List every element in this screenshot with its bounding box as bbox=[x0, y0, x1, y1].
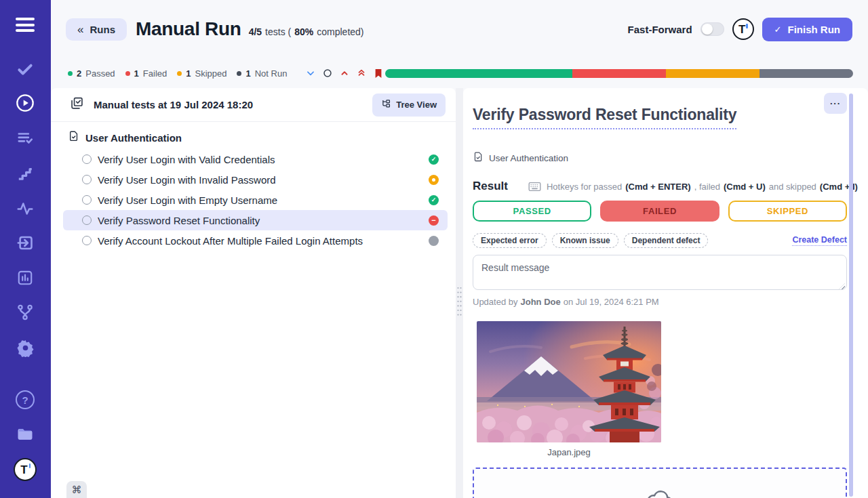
play-circle-icon[interactable] bbox=[16, 94, 35, 112]
cloud-upload-icon bbox=[646, 487, 674, 498]
passed-count: 2 Passed bbox=[68, 68, 115, 79]
testomat-badge[interactable]: T bbox=[732, 18, 754, 40]
toggle-knob bbox=[702, 24, 713, 35]
tag-dependent-defect[interactable]: Dependent defect bbox=[624, 233, 709, 248]
panel-splitter[interactable] bbox=[456, 88, 463, 498]
attachment-image[interactable] bbox=[477, 321, 661, 442]
activity-icon[interactable] bbox=[16, 199, 35, 218]
failed-label: Failed bbox=[143, 68, 167, 79]
breadcrumb[interactable]: User Authentication bbox=[473, 151, 847, 165]
run-progress-summary: 4/5 tests ( 80% completed) bbox=[249, 21, 364, 37]
fast-forward-toggle[interactable] bbox=[701, 22, 724, 36]
finish-run-button[interactable]: ✓ Finish Run bbox=[762, 18, 852, 41]
back-to-runs-button[interactable]: « Runs bbox=[66, 18, 127, 41]
progress-notrun-segment bbox=[760, 69, 853, 78]
skipped-count: 1 Skipped bbox=[177, 68, 226, 79]
test-title: Verify User Login with Empty Username bbox=[98, 194, 429, 206]
completed-pct: 80% bbox=[294, 26, 313, 37]
radio-icon[interactable] bbox=[82, 236, 92, 245]
result-heading: Result bbox=[473, 180, 508, 193]
status-passed-icon: ✓ bbox=[429, 154, 439, 165]
command-shortcut-button[interactable]: ⌘ bbox=[66, 481, 87, 498]
run-header: Manual tests at 19 Jul 2024 18:20 Tree V… bbox=[51, 88, 456, 122]
tests-ratio: 4/5 bbox=[249, 26, 262, 37]
test-title: Verify Password Reset Functionality bbox=[98, 215, 429, 226]
tag-known-issue[interactable]: Known issue bbox=[552, 233, 618, 248]
help-icon[interactable]: ? bbox=[16, 390, 35, 409]
attachment-filename: Japan.jpeg bbox=[477, 447, 661, 457]
status-failed-icon: − bbox=[429, 215, 439, 226]
sidebar: ? T bbox=[0, 0, 51, 498]
gear-icon[interactable] bbox=[16, 338, 35, 357]
notrun-count: 1 Not Run bbox=[237, 68, 287, 79]
skipped-dot bbox=[177, 71, 182, 76]
test-row[interactable]: Verify User Login with Empty Username ✓ bbox=[63, 190, 448, 210]
hotkeys-hint: Hotkeys for passed (Cmd + ENTER) , faile… bbox=[528, 182, 858, 192]
create-defect-link[interactable]: Create Defect bbox=[792, 235, 847, 246]
finish-run-label: Finish Run bbox=[788, 24, 841, 35]
status-notrun-icon bbox=[429, 236, 439, 246]
sign-in-icon[interactable] bbox=[16, 233, 35, 252]
status-passed-icon: ✓ bbox=[429, 195, 439, 205]
chevron-down-icon[interactable] bbox=[305, 68, 316, 79]
logo-tick bbox=[746, 24, 748, 28]
upload-dropzone[interactable]: Browse a file or drop it here. Click her… bbox=[473, 468, 847, 498]
notrun-dot bbox=[237, 71, 241, 76]
more-options-button[interactable]: ··· bbox=[824, 93, 847, 114]
updated-line: Updated by John Doe on Jul 19, 2024 6:21… bbox=[473, 297, 847, 307]
failed-dot bbox=[125, 71, 130, 76]
passed-button[interactable]: PASSED bbox=[473, 201, 591, 222]
attachment: Japan.jpeg bbox=[477, 321, 661, 457]
steps-icon[interactable] bbox=[16, 164, 35, 183]
brand-logo[interactable]: T bbox=[14, 458, 37, 481]
breadcrumb-label: User Authentication bbox=[489, 153, 568, 163]
vertical-scrollbar[interactable] bbox=[849, 94, 853, 497]
failed-value: 1 bbox=[134, 68, 139, 79]
tree-view-icon bbox=[381, 99, 391, 111]
test-detail-title: Verify Password Reset Functionality bbox=[473, 106, 736, 129]
chevron-up-icon[interactable] bbox=[339, 68, 350, 79]
suite-row[interactable]: User Authentication bbox=[68, 130, 446, 145]
passed-label: Passed bbox=[85, 68, 115, 79]
logo-letter: T bbox=[20, 464, 27, 476]
tree-view-button[interactable]: Tree View bbox=[372, 94, 446, 117]
test-list-panel: Manual tests at 19 Jul 2024 18:20 Tree V… bbox=[51, 88, 456, 498]
content-row: Manual tests at 19 Jul 2024 18:20 Tree V… bbox=[51, 88, 868, 498]
bar-chart-icon[interactable] bbox=[16, 268, 35, 287]
list-check-icon[interactable] bbox=[16, 129, 35, 148]
main-area: « Runs Manual Run 4/5 tests ( 80% comple… bbox=[51, 0, 868, 498]
skipped-button[interactable]: SKIPPED bbox=[728, 201, 847, 222]
status-skipped-icon bbox=[429, 175, 439, 185]
help-question-glyph: ? bbox=[22, 394, 28, 406]
ellipsis-icon: ··· bbox=[830, 98, 841, 108]
test-title: Verify User Login with Valid Credentials bbox=[98, 154, 429, 165]
bookmark-icon[interactable] bbox=[373, 68, 384, 79]
radio-icon[interactable] bbox=[82, 195, 92, 205]
radio-icon[interactable] bbox=[82, 175, 92, 184]
check-icon[interactable] bbox=[16, 60, 35, 79]
menu-icon[interactable] bbox=[16, 18, 35, 35]
test-row[interactable]: Verify User Login with Valid Credentials… bbox=[63, 149, 448, 169]
test-row[interactable]: Verify Account Lockout After Multiple Fa… bbox=[63, 230, 448, 251]
run-progress-bar bbox=[385, 69, 853, 78]
passed-value: 2 bbox=[77, 68, 81, 79]
radio-icon[interactable] bbox=[82, 215, 92, 225]
git-branch-icon[interactable] bbox=[16, 303, 35, 322]
back-chevrons-icon: « bbox=[77, 24, 83, 35]
test-title: Verify Account Lockout After Multiple Fa… bbox=[98, 235, 429, 247]
chevrons-up-icon[interactable] bbox=[356, 68, 367, 79]
test-row-selected[interactable]: Verify Password Reset Functionality − bbox=[63, 210, 448, 230]
folder-icon[interactable] bbox=[16, 425, 35, 444]
run-title: Manual tests at 19 Jul 2024 18:20 bbox=[94, 99, 253, 110]
notrun-value: 1 bbox=[245, 68, 250, 79]
tag-expected-error[interactable]: Expected error bbox=[473, 233, 547, 248]
updated-user: John Doe bbox=[521, 297, 561, 307]
failed-count: 1 Failed bbox=[125, 68, 167, 79]
circle-icon[interactable] bbox=[322, 68, 333, 79]
radio-icon[interactable] bbox=[82, 154, 92, 164]
suite-title: User Authentication bbox=[85, 132, 182, 144]
test-row[interactable]: Verify User Login with Invalid Password bbox=[63, 169, 448, 190]
failed-button[interactable]: FAILED bbox=[600, 201, 719, 222]
result-message-input[interactable] bbox=[473, 255, 847, 290]
test-title: Verify User Login with Invalid Password bbox=[98, 174, 429, 186]
